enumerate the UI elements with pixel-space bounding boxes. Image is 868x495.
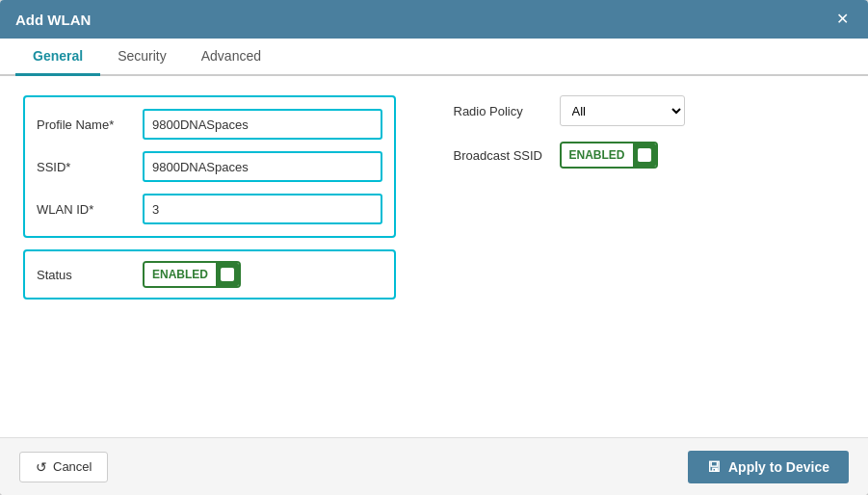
add-wlan-dialog: Add WLAN ✕ General Security Advanced Pro… — [0, 0, 868, 495]
cancel-icon: ↺ — [36, 459, 47, 475]
close-button[interactable]: ✕ — [832, 10, 853, 29]
status-toggle[interactable]: ENABLED — [143, 261, 241, 288]
wlan-fields-section: Profile Name* SSID* WLAN ID* — [23, 95, 396, 238]
dialog-header: Add WLAN ✕ — [0, 0, 868, 39]
broadcast-ssid-toggle[interactable]: ENABLED — [560, 142, 658, 169]
broadcast-toggle-switch — [633, 143, 656, 167]
dialog-body: Profile Name* SSID* WLAN ID* — [0, 76, 868, 437]
tab-security[interactable]: Security — [100, 39, 184, 76]
profile-name-input[interactable] — [143, 109, 382, 140]
form-grid: Profile Name* SSID* WLAN ID* — [23, 95, 845, 300]
cancel-button[interactable]: ↺ Cancel — [19, 452, 108, 482]
wlan-id-group: WLAN ID* — [37, 194, 382, 224]
right-column: Radio Policy All Broadcast SSID ENABLED — [434, 95, 846, 300]
dialog-footer: ↺ Cancel 🖫 Apply to Device — [0, 437, 868, 495]
broadcast-ssid-group: Broadcast SSID ENABLED — [454, 142, 846, 169]
ssid-input[interactable] — [143, 151, 382, 182]
profile-name-group: Profile Name* — [37, 109, 382, 140]
apply-icon: 🖫 — [707, 459, 721, 475]
tab-general[interactable]: General — [15, 39, 100, 76]
wlan-id-label: WLAN ID* — [37, 202, 143, 217]
toggle-switch-indicator — [216, 263, 239, 286]
status-enabled-text: ENABLED — [145, 263, 216, 286]
profile-name-label: Profile Name* — [37, 117, 143, 132]
tab-advanced[interactable]: Advanced — [184, 39, 278, 76]
status-section: Status ENABLED — [23, 249, 396, 300]
status-label: Status — [37, 268, 143, 282]
toggle-indicator-box — [221, 268, 234, 281]
cancel-label: Cancel — [53, 459, 92, 474]
broadcast-enabled-text: ENABLED — [562, 143, 633, 167]
dialog-title: Add WLAN — [15, 12, 91, 28]
broadcast-ssid-label: Broadcast SSID — [454, 148, 560, 163]
ssid-label: SSID* — [37, 160, 143, 174]
ssid-group: SSID* — [37, 151, 382, 182]
radio-policy-select[interactable]: All — [560, 95, 685, 126]
radio-policy-group: Radio Policy All — [454, 95, 846, 126]
apply-label: Apply to Device — [728, 459, 829, 475]
broadcast-toggle-indicator — [638, 148, 651, 162]
radio-policy-label: Radio Policy — [454, 104, 560, 118]
wlan-id-input[interactable] — [143, 194, 382, 224]
tab-bar: General Security Advanced — [0, 39, 868, 76]
apply-to-device-button[interactable]: 🖫 Apply to Device — [688, 451, 849, 483]
left-column: Profile Name* SSID* WLAN ID* — [23, 95, 434, 300]
